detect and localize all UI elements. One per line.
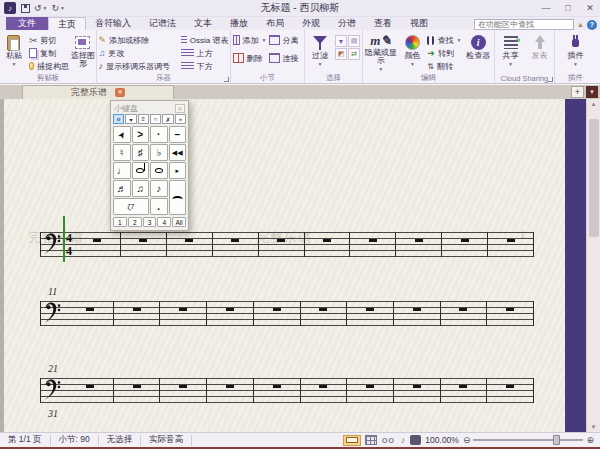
select-similar-button[interactable]: ◩ <box>335 48 347 60</box>
whole-rest[interactable] <box>231 239 239 242</box>
tab-articulations[interactable]: ∩ <box>150 114 161 124</box>
measure[interactable] <box>488 232 534 257</box>
measure[interactable] <box>347 301 394 326</box>
whole-rest[interactable] <box>277 239 285 242</box>
keypad-eighth-note-button[interactable]: ♪ <box>150 180 168 197</box>
keypad-natural-button[interactable]: ♮ <box>113 144 131 161</box>
tab-1[interactable]: 音符输入 <box>86 17 140 30</box>
measure[interactable] <box>213 232 259 257</box>
redo-button[interactable]: ↻▼ <box>52 3 66 13</box>
whole-rest[interactable] <box>273 385 281 388</box>
measure[interactable] <box>259 232 305 257</box>
tab-2[interactable]: 记谱法 <box>140 17 185 30</box>
tab-4[interactable]: 播放 <box>221 17 257 30</box>
keypad-flat-button[interactable]: ♭ <box>150 144 168 161</box>
whole-rest[interactable] <box>506 308 514 311</box>
measure[interactable] <box>121 232 167 257</box>
tab-beams-tremolos[interactable]: ≡ <box>138 114 149 124</box>
cut-button[interactable]: ✂剪切 <box>29 34 69 46</box>
split-bar-button[interactable]: 分离 <box>269 34 303 46</box>
whole-rest[interactable] <box>323 239 331 242</box>
publish-button[interactable]: 发表 <box>527 32 553 73</box>
measure[interactable] <box>254 378 301 403</box>
new-tab-button[interactable]: + <box>571 86 584 98</box>
flip-button[interactable]: ⇅翻转 <box>427 60 461 72</box>
whole-rest[interactable] <box>413 308 421 311</box>
keypad-quarter-note-button[interactable]: ♩ <box>113 162 131 179</box>
measure[interactable] <box>75 232 121 257</box>
find-button[interactable]: 查找▼ <box>427 34 461 46</box>
whole-rest[interactable] <box>459 385 467 388</box>
keypad-whole-note-button[interactable] <box>150 162 168 179</box>
keypad-eighth-note-beamed-button[interactable]: ♫ <box>132 180 150 197</box>
color-button[interactable]: 颜色▼ <box>400 32 426 73</box>
scroll-up-icon[interactable]: ▲ <box>587 101 600 107</box>
app-icon[interactable]: ♪ <box>4 2 16 14</box>
whole-rest[interactable] <box>86 385 94 388</box>
ossia-above-button[interactable]: 上方 <box>181 47 229 59</box>
maximize-button[interactable]: □ <box>562 3 574 13</box>
change-button[interactable]: ♫更改 <box>99 47 179 59</box>
help-icon[interactable]: ? <box>587 20 597 30</box>
keypad-tie-button[interactable] <box>169 180 187 215</box>
view-mode-grid-icon[interactable] <box>365 435 377 445</box>
status-segment-1[interactable]: 小节: 90 <box>51 435 99 446</box>
status-segment-3[interactable]: 实际音高 <box>141 435 192 446</box>
measure[interactable] <box>301 301 348 326</box>
save-icon[interactable] <box>21 4 30 13</box>
measure[interactable] <box>67 301 114 326</box>
undo-button[interactable]: ↺▼ <box>34 3 48 13</box>
measure[interactable] <box>67 378 114 403</box>
zoom-track[interactable] <box>473 439 583 441</box>
whole-rest[interactable] <box>461 239 469 242</box>
status-segment-0[interactable]: 第 1/1 页 <box>0 435 51 446</box>
ossia-below-button[interactable]: 下方 <box>181 60 229 72</box>
capture-idea-button[interactable]: 捕捉构思 <box>29 60 69 72</box>
keypad-pointer-button[interactable]: ➤ <box>113 126 131 143</box>
close-tab-icon[interactable]: ✕ <box>115 88 125 97</box>
tab-3[interactable]: 文本 <box>185 17 221 30</box>
whole-rest[interactable] <box>506 385 514 388</box>
join-bar-button[interactable]: 连接 <box>269 52 303 64</box>
tab-7[interactable]: 分谱 <box>329 17 365 30</box>
tab-9[interactable]: 视图 <box>401 17 437 30</box>
measure[interactable] <box>442 232 488 257</box>
tab-common-notes[interactable]: o <box>113 114 124 124</box>
view-mode-panorama-icon[interactable]: ♪ <box>400 435 407 446</box>
measure[interactable] <box>396 232 442 257</box>
whole-rest[interactable] <box>133 308 141 311</box>
measure[interactable] <box>394 378 441 403</box>
zoom-out-icon[interactable]: ⊖ <box>463 435 471 445</box>
measure[interactable] <box>301 378 348 403</box>
tab-file[interactable]: 文件 <box>6 17 48 30</box>
tab-6[interactable]: 外观 <box>293 17 329 30</box>
measure[interactable] <box>487 378 534 403</box>
status-segment-2[interactable]: 无选择 <box>99 435 142 446</box>
keypad-tenuto-button[interactable]: – <box>169 126 187 143</box>
swap-selection-button[interactable]: ⇄ <box>348 48 360 60</box>
tab-0[interactable]: 主页 <box>48 17 86 30</box>
whole-rest[interactable] <box>93 239 101 242</box>
zoom-in-icon[interactable]: ⊕ <box>586 435 594 445</box>
whole-rest[interactable] <box>139 239 147 242</box>
whole-rest[interactable] <box>226 385 234 388</box>
keypad-half-note-button[interactable] <box>132 162 150 179</box>
tab-8[interactable]: 查看 <box>365 17 401 30</box>
select-more-button[interactable]: ▤ <box>348 35 360 47</box>
measure[interactable] <box>347 378 394 403</box>
measure[interactable] <box>114 378 161 403</box>
measure[interactable] <box>167 232 213 257</box>
keypad-sixteenth-note-button[interactable]: ♬ <box>113 180 131 197</box>
measure[interactable] <box>305 232 351 257</box>
whole-rest[interactable] <box>133 385 141 388</box>
staff[interactable] <box>40 378 534 403</box>
measure[interactable] <box>394 301 441 326</box>
filter-variant-button[interactable]: ▼ <box>335 35 347 47</box>
goto-button[interactable]: ➜转到 <box>427 47 461 59</box>
select-graphic-button[interactable]: 选择图形 <box>71 32 95 73</box>
whole-rest[interactable] <box>369 239 377 242</box>
measure[interactable] <box>207 301 254 326</box>
keypad-advance-button[interactable]: ▸ <box>169 162 187 179</box>
tab-more-notes[interactable]: ▾ <box>125 114 136 124</box>
show-transposing-button[interactable]: ♪显示移调乐器调号 <box>99 60 179 72</box>
